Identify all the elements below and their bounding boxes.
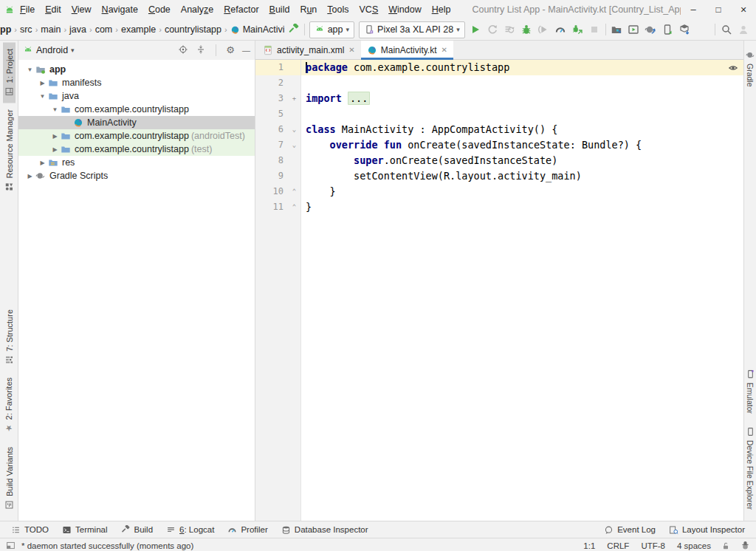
tree-expand-icon[interactable]: ▶: [37, 160, 48, 166]
caret-position-widget[interactable]: 1:1: [583, 541, 595, 550]
toolwindow-toggle-icon[interactable]: [6, 541, 16, 550]
code-line-9[interactable]: 9 setContentView(R.layout.activity_main): [255, 168, 743, 184]
menu-refactor[interactable]: Refactor: [219, 4, 264, 15]
code-line-6[interactable]: 6⌄class MainActivity : AppCompatActivity…: [255, 122, 743, 137]
search-everywhere-button[interactable]: [718, 21, 735, 38]
fold-marker-icon[interactable]: ⌄: [288, 137, 301, 153]
tree-expand-icon[interactable]: ▼: [37, 93, 48, 100]
menu-navigate[interactable]: Navigate: [97, 4, 143, 15]
breadcrumb-item[interactable]: pp: [0, 24, 11, 35]
editor-empty-space[interactable]: [255, 215, 743, 521]
tool-window-button-layout-inspector[interactable]: Layout Inspector: [662, 525, 752, 535]
tool-window-button-build-variants[interactable]: Build Variants: [3, 440, 16, 516]
breadcrumb-item[interactable]: example: [121, 24, 156, 35]
hide-button[interactable]: —: [242, 45, 250, 55]
profile-avatar-button[interactable]: [735, 21, 752, 38]
tool-window-button-emulator[interactable]: Emulator: [744, 363, 756, 420]
project-view-select[interactable]: Android: [36, 45, 68, 55]
close-button[interactable]: ✕: [731, 4, 756, 15]
tree-expand-icon[interactable]: ▶: [24, 173, 35, 179]
device-manager-button[interactable]: [608, 21, 625, 38]
device-select[interactable]: Pixel 3a XL API 28 ▾: [359, 21, 465, 38]
menu-edit[interactable]: Edit: [40, 4, 66, 15]
code-line-8[interactable]: 8 super.onCreate(savedInstanceState): [255, 153, 743, 168]
line-separator-widget[interactable]: CRLF: [607, 541, 629, 550]
tab-mainactivity-kt[interactable]: MainActivity.kt✕: [361, 41, 453, 59]
attach-debugger-button[interactable]: [569, 21, 586, 38]
menu-tools[interactable]: Tools: [322, 4, 354, 15]
menu-help[interactable]: Help: [427, 4, 456, 15]
fold-marker-icon[interactable]: +: [288, 91, 301, 106]
tool-window-button-2-favorites[interactable]: ★2: Favorites: [3, 371, 15, 439]
menu-window[interactable]: Window: [383, 4, 426, 15]
code-line-7[interactable]: 7⌄ override fun onCreate(savedInstanceSt…: [255, 137, 743, 153]
encoding-widget[interactable]: UTF-8: [641, 541, 665, 550]
tool-window-button-6-logcat[interactable]: 6: Logcat: [159, 525, 221, 535]
tree-row-com-example-countrylistapp[interactable]: ▼com.example.countrylistapp: [18, 103, 255, 116]
tool-window-button-7-structure[interactable]: 7: Structure: [3, 303, 16, 372]
code-line-5[interactable]: 5: [255, 106, 743, 122]
build-project-button[interactable]: [285, 21, 302, 38]
inspections-widget-icon[interactable]: [728, 63, 738, 73]
breadcrumb-item[interactable]: src: [20, 24, 32, 35]
menu-run[interactable]: Run: [295, 4, 322, 15]
tool-window-button-gradle[interactable]: Gradle: [744, 44, 756, 94]
menu-view[interactable]: View: [66, 4, 97, 15]
menu-analyze[interactable]: Analyze: [176, 4, 219, 15]
tree-row-java[interactable]: ▼java: [18, 89, 255, 103]
menu-code[interactable]: Code: [143, 4, 176, 15]
run-button[interactable]: [467, 21, 484, 38]
tool-window-button-todo[interactable]: TODO: [4, 525, 55, 535]
menu-vcs[interactable]: VCS: [354, 4, 384, 15]
fold-marker-icon[interactable]: ⌃: [288, 184, 301, 199]
tree-expand-icon[interactable]: ▼: [24, 66, 35, 73]
tool-window-button-terminal[interactable]: Terminal: [55, 525, 114, 535]
code-line-1[interactable]: 1package com.example.countrylistapp: [255, 60, 743, 75]
code-line-2[interactable]: 2: [255, 75, 743, 91]
tree-row-manifests[interactable]: ▶manifests: [18, 76, 255, 89]
breadcrumb-item-file[interactable]: MainActivi: [243, 24, 285, 35]
code-line-10[interactable]: 10⌃ }: [255, 184, 743, 199]
breadcrumb-item[interactable]: java: [69, 24, 86, 35]
tree-expand-icon[interactable]: ▶: [49, 146, 61, 153]
indent-widget[interactable]: 4 spaces: [677, 541, 711, 550]
folded-region[interactable]: ...: [348, 92, 370, 105]
debug-button[interactable]: [518, 21, 535, 38]
tree-expand-icon[interactable]: ▶: [37, 80, 48, 86]
fold-marker-icon[interactable]: ⌄: [288, 122, 301, 137]
tree-row-res[interactable]: ▶res: [18, 156, 255, 169]
status-message[interactable]: * daemon started successfully (moments a…: [21, 541, 571, 550]
settings-button[interactable]: ⚙: [226, 45, 235, 55]
highlighting-level-icon[interactable]: [740, 541, 750, 550]
avd-manager-button[interactable]: [625, 21, 642, 38]
breadcrumb-item[interactable]: countrylistapp: [165, 24, 221, 35]
collapse-all-button[interactable]: [196, 44, 206, 57]
tool-window-button-database-inspector[interactable]: Database Inspector: [275, 525, 375, 535]
menu-build[interactable]: Build: [264, 4, 295, 15]
tree-row-gradle-scripts[interactable]: ▶Gradle Scripts: [18, 169, 255, 182]
maximize-button[interactable]: □: [706, 4, 731, 15]
tool-window-button-device-file-explorer[interactable]: Device File Explorer: [744, 420, 756, 516]
tab-activity-main-xml[interactable]: activity_main.xml✕: [257, 41, 361, 59]
close-icon[interactable]: ✕: [348, 46, 354, 54]
tree-row-com-example-countrylistapp[interactable]: ▶com.example.countrylistapp(test): [18, 143, 255, 156]
gradle-sync-button[interactable]: [642, 21, 659, 38]
run-configuration-select[interactable]: app ▾: [309, 21, 354, 38]
tool-window-button-event-log[interactable]: Event Log: [597, 525, 662, 535]
code-line-11[interactable]: 11⌃}: [255, 199, 743, 215]
close-icon[interactable]: ✕: [441, 46, 447, 54]
unlock-icon[interactable]: [721, 541, 730, 550]
tool-window-button-1-project[interactable]: 1: Project: [3, 42, 16, 103]
fold-marker-icon[interactable]: ⌃: [288, 199, 301, 215]
tree-row-com-example-countrylistapp[interactable]: ▶com.example.countrylistapp(androidTest): [18, 129, 255, 143]
sdk-manager-button[interactable]: [676, 21, 693, 38]
breadcrumb-item[interactable]: main: [41, 24, 61, 35]
tool-window-button-profiler[interactable]: Profiler: [221, 525, 274, 535]
chevron-down-icon[interactable]: ▾: [71, 47, 75, 54]
tree-row-app[interactable]: ▼app: [18, 63, 255, 76]
tree-row-mainactivity[interactable]: MainActivity: [18, 116, 255, 129]
code-line-3[interactable]: 3+import ...: [255, 91, 743, 106]
tool-window-button-build[interactable]: Build: [114, 525, 159, 535]
tool-window-button-resource-manager[interactable]: Resource Manager: [3, 103, 16, 199]
profile-or-debug-apk-button[interactable]: [659, 21, 676, 38]
